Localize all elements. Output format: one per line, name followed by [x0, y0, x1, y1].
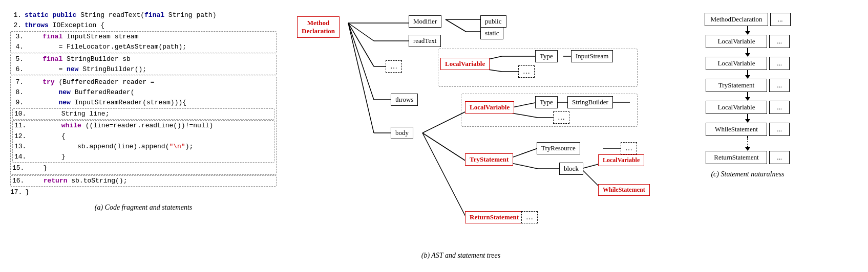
- nat-vline-4: [747, 114, 748, 119]
- plain-10: =: [27, 65, 67, 73]
- ast-localvar2: LocalVariable: [465, 101, 514, 114]
- line-num-1: 1.: [10, 10, 22, 20]
- plain-5: [27, 33, 43, 40]
- nat-vline-2: [747, 70, 748, 75]
- plain-13: (BufferedReader reader =: [58, 78, 154, 86]
- plain-18: String line;: [29, 110, 109, 118]
- plain-25: }: [27, 164, 47, 172]
- kw-final1: final: [144, 11, 168, 19]
- ast-readtext: readText: [409, 35, 441, 47]
- code-line-1: 1. static public String readText(final S…: [10, 10, 277, 20]
- plain-21: {: [29, 132, 65, 140]
- code-line-3: 3. final InputStream stream: [12, 32, 274, 42]
- plain-4: IOException {: [53, 21, 104, 29]
- plain-22: sb.append(line).append(: [29, 143, 169, 150]
- code-line-11: 11. while ((line=reader.readLine())!=nul…: [14, 121, 272, 131]
- ast-ellipsis5: …: [521, 211, 538, 223]
- nat-row-5: WhileStatement ...: [706, 123, 790, 136]
- code-line-12: 12. {: [14, 131, 272, 142]
- stmt-box-while: 11. while ((line=reader.readLine())!=nul…: [12, 120, 274, 163]
- caption-a: (a) Code fragment and statements: [10, 203, 277, 212]
- nat-method-decl: MethodDeclaration: [705, 13, 768, 26]
- line-num-15: 15.: [12, 163, 24, 173]
- code-content-7: try (BufferedReader reader =: [27, 77, 274, 87]
- nat-row-4: LocalVariable ...: [706, 101, 790, 114]
- code-line-16: 16. return sb.toString();: [12, 176, 274, 186]
- nat-dots-1: ...: [769, 35, 790, 48]
- line-num-13: 13.: [14, 142, 26, 152]
- panel-b: MethodDeclaration Modifier public static…: [282, 10, 640, 260]
- ast-ellipsis3: …: [553, 111, 569, 124]
- ast-public: public: [480, 15, 506, 28]
- svg-line-31: [422, 133, 466, 217]
- nat-row-6: ReturnStatement ...: [706, 151, 790, 164]
- plain-3: String path): [168, 11, 217, 19]
- ast-type1: Type: [535, 50, 558, 62]
- kw-while: while: [61, 122, 86, 129]
- nat-vertical-dots: ⋮: [744, 139, 751, 146]
- nat-arrowhead-1: [745, 53, 750, 57]
- svg-line-17: [422, 111, 466, 133]
- kw-public: public: [53, 11, 81, 19]
- nat-connector-0: [745, 26, 750, 35]
- stmt-box-localvar3: 10. String line;: [12, 108, 274, 120]
- kw-new1: new: [67, 65, 82, 73]
- nat-returnstmt: ReturnStatement: [706, 151, 767, 164]
- nat-dots-6: ...: [769, 151, 790, 164]
- plain-8: [27, 55, 43, 63]
- kw-return: return: [44, 177, 72, 185]
- line-num-11: 11.: [14, 121, 26, 131]
- line-num-4: 4.: [12, 42, 24, 52]
- plain-14: [27, 88, 58, 96]
- code-content-14: }: [29, 152, 272, 162]
- ast-trystmt: TryStatement: [465, 153, 513, 166]
- nat-row-2: LocalVariable ...: [706, 57, 790, 70]
- plain-12: [27, 78, 43, 86]
- code-line-15: 15. }: [12, 163, 274, 173]
- ast-static: static: [480, 27, 503, 39]
- kw-new2: new: [58, 88, 74, 96]
- ast-method-decl: MethodDeclaration: [297, 16, 340, 38]
- main-container: 1. static public String readText(final S…: [5, 10, 863, 260]
- plain-27: sb.toString();: [71, 177, 127, 185]
- nat-arrowhead-3: [745, 97, 750, 101]
- svg-line-23: [422, 133, 466, 161]
- plain-19: [29, 122, 61, 129]
- nat-connector-1: [745, 48, 750, 57]
- code-line-4: 4. = FileLocator.getAsStream(path);: [12, 42, 274, 52]
- plain-7: = FileLocator.getAsStream(path);: [27, 43, 186, 51]
- ast-type2: Type: [535, 96, 558, 108]
- stmt-box-localvar2: 5. final StringBuilder sb 6. = new Strin…: [10, 54, 277, 75]
- ast-ellipsis4: …: [621, 142, 637, 154]
- caption-b: (b) AST and statement trees: [287, 252, 635, 260]
- code-line-14: 14. }: [14, 152, 272, 162]
- kw-final3: final: [43, 55, 67, 63]
- nat-connector-4: [745, 114, 750, 123]
- code-content-9: new InputStreamReader(stream))){: [27, 98, 274, 108]
- line-num-5: 5.: [12, 54, 24, 64]
- nat-vline-1: [747, 48, 748, 53]
- code-content-5: final StringBuilder sb: [27, 54, 274, 64]
- ast-stringbuilder: StringBuilder: [567, 96, 613, 108]
- nat-connector-5: ⋮: [744, 136, 751, 151]
- code-content-15: }: [27, 163, 274, 173]
- nat-dots-4: ...: [769, 101, 790, 114]
- line-num-8: 8.: [12, 87, 24, 98]
- ast-whilestmt: WhileStatement: [598, 184, 650, 196]
- nat-arrowhead-5: [745, 147, 750, 151]
- nat-dots-5: ...: [769, 123, 790, 136]
- plain-11: StringBuilder();: [82, 65, 146, 73]
- caption-c: (c) Statement naturalness: [645, 170, 850, 178]
- panel-a: 1. static public String readText(final S…: [5, 10, 282, 212]
- code-content-1: static public String readText(final Stri…: [25, 10, 277, 20]
- ast-throws: throws: [391, 94, 418, 106]
- nat-arrowhead-2: [745, 75, 750, 79]
- code-content-4: = FileLocator.getAsStream(path);: [27, 42, 274, 52]
- kw-static: static: [25, 11, 53, 19]
- code-line-8: 8. new BufferedReader(: [12, 87, 274, 98]
- ast-localvar1: LocalVariable: [440, 58, 490, 70]
- nat-row-0: MethodDeclaration ...: [705, 13, 790, 26]
- code-content-12: {: [29, 131, 272, 142]
- ast-body: body: [391, 127, 413, 139]
- code-line-10: 10. String line;: [14, 109, 272, 119]
